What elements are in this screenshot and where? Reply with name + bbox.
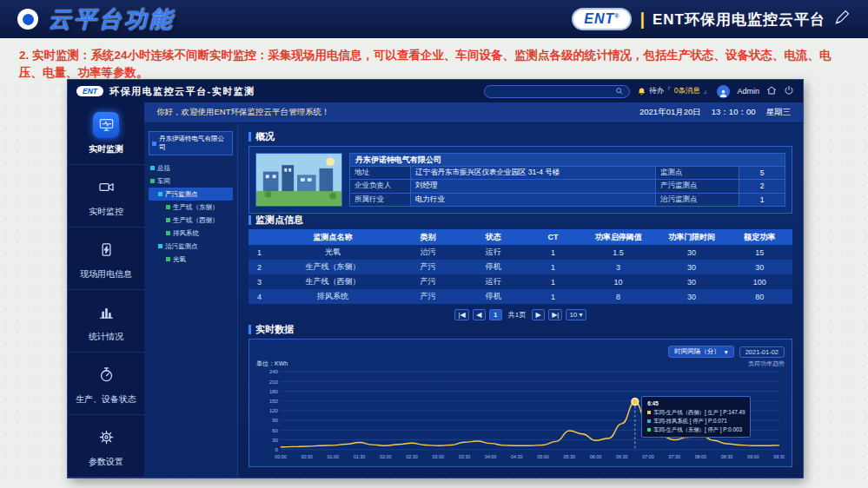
avatar[interactable] [717, 85, 730, 98]
date-picker[interactable]: 2021-01-02 [739, 346, 785, 358]
svg-text:08:30: 08:30 [721, 454, 732, 459]
node-bullet-icon [158, 192, 162, 196]
sidebar-item-5[interactable]: 生产、设备状态 [68, 353, 144, 415]
last-page-button[interactable]: ▶| [548, 309, 562, 320]
series-color-chip [647, 428, 651, 432]
todo-badge[interactable]: 待办「0条消息」 [637, 86, 710, 96]
current-page[interactable]: 1 [489, 309, 502, 320]
node-bullet-icon [158, 244, 162, 248]
power-icon[interactable] [784, 83, 794, 99]
company-name: 丹东伊诺特电气有限公司 [350, 154, 785, 167]
sidebar-item-3[interactable]: 现场用电信息 [68, 228, 144, 290]
series-color-chip [647, 411, 651, 414]
table-cell: 30 [727, 263, 792, 272]
tooltip-series-line: 车间-生产线（西侧）[ 生产 ] P:147.49 [647, 408, 745, 417]
table-row[interactable]: 3生产线（西侧）产污运行11030100 [248, 274, 792, 289]
info-label: 地址 [350, 167, 411, 179]
tree-node-2[interactable]: 车间 [149, 175, 233, 188]
tree-node-label: 排风系统 [173, 229, 199, 238]
presentation-slide: 云平台功能 ENT® | ENT环保用电监控云平台 2. 实时监测：系统24小时… [0, 0, 868, 488]
chart-controls: 时间间隔（分） ▾ 2021-01-02 [256, 345, 785, 359]
table-cell: 运行 [461, 247, 526, 258]
table-cell: 产污 [395, 261, 461, 273]
tree-node-0[interactable]: 丹东伊诺特电气有限公司 [149, 131, 233, 155]
chart-meta: 单位：KWh 负荷功率趋势 [256, 359, 785, 368]
ent-logo: ENT® [572, 8, 632, 30]
stat-label: 产污监测点 [656, 180, 739, 192]
section-points-title: 监测点信息 [255, 214, 303, 227]
tree-node-8[interactable]: 光氧 [149, 253, 233, 266]
interval-label: 时间间隔（分） [674, 347, 720, 356]
svg-text:08:00: 08:00 [695, 454, 706, 459]
sidebar-item-6[interactable]: 参数设置 [68, 415, 144, 478]
sidebar-item-label: 统计情况 [89, 331, 123, 343]
table-cell: 8 [580, 293, 657, 301]
page-size-select[interactable]: 10 ▾ [566, 309, 586, 320]
overview-row: 企业负责人刘经理产污监测点2 [350, 180, 785, 193]
column-header: 监测点名称 [270, 232, 395, 243]
sidebar-item-4[interactable]: 统计情况 [68, 290, 144, 353]
table-row[interactable]: 4排风系统产污停机183080 [248, 289, 792, 304]
info-value: 辽宁省丹东市振兴区仪表企业园区 31-4 号楼 [411, 167, 656, 179]
column-header: 状态 [461, 232, 526, 243]
svg-text:01:30: 01:30 [354, 454, 365, 459]
svg-text:04:00: 04:00 [485, 454, 496, 459]
table-header-row: 监测点名称类别状态CT功率启停阈值功率门限时间额定功率 [248, 229, 792, 245]
table-row[interactable]: 1光氧治污运行11.53015 [248, 245, 792, 260]
home-icon[interactable] [766, 83, 777, 99]
weekday-text: 星期三 [766, 107, 792, 118]
stat-value: 2 [739, 180, 785, 192]
svg-text:02:30: 02:30 [406, 454, 417, 459]
username: Admin [737, 87, 759, 96]
table-cell: 治污 [395, 247, 461, 258]
tree-node-6[interactable]: 排风系统 [149, 227, 233, 240]
table-body: 1光氧治污运行11.530152生产线（东侧）产污停机1330303生产线（西侧… [248, 245, 792, 304]
tooltip-series-line: 车间-生产线（东侧）[ 停产 ] P:0.003 [647, 425, 745, 434]
tree-node-5[interactable]: 生产线（西侧） [149, 214, 233, 227]
prev-page-button[interactable]: ◀ [473, 309, 486, 320]
sidebar-item-2[interactable]: 实时监控 [68, 165, 144, 228]
page-total: 共1页 [506, 310, 528, 320]
section-overview-title: 概况 [255, 130, 275, 143]
svg-text:180: 180 [269, 389, 279, 394]
svg-text:60: 60 [272, 428, 278, 433]
sidebar-item-label: 实时监控 [89, 206, 123, 218]
node-bullet-icon [150, 179, 155, 183]
table-cell: 排风系统 [270, 291, 395, 302]
main-content: 概况 [238, 123, 803, 478]
sidebar-item-1[interactable]: 实时监测 [68, 102, 144, 165]
search-input[interactable] [484, 85, 630, 98]
tree-node-label: 治污监测点 [165, 242, 198, 251]
app-title: 环保用电监控云平台-实时监测 [109, 85, 255, 98]
brand-area: ENT® | ENT环保用电监控云平台 [572, 8, 851, 30]
table-row[interactable]: 2生产线（东侧）产污停机133030 [248, 260, 792, 274]
interval-select[interactable]: 时间间隔（分） ▾ [668, 346, 733, 358]
table-cell: 100 [727, 278, 792, 287]
svg-text:0: 0 [275, 447, 279, 452]
tree-node-4[interactable]: 生产线（东侧） [149, 201, 233, 214]
tree-node-label: 生产线（东侧） [173, 203, 219, 212]
overview-row: 所属行业电力行业治污监测点1 [350, 194, 785, 206]
next-page-button[interactable]: ▶ [532, 309, 545, 320]
tree-node-3[interactable]: 产污监测点 [149, 188, 233, 201]
registered-mark: ® [614, 13, 620, 19]
topbar-right: 待办「0条消息」 Admin [484, 83, 794, 99]
chart-tooltip: 6:45车间-生产线（西侧）[ 生产 ] P:147.49车间-排风系统 [ 停… [641, 396, 751, 438]
tree-node-7[interactable]: 治污监测点 [149, 240, 233, 253]
chart-unit: 单位：KWh [256, 359, 288, 368]
sidebar-item-label: 参数设置 [89, 456, 123, 468]
section-accent-bar [248, 325, 251, 334]
tree-node-1[interactable]: 总括 [149, 162, 233, 175]
section-points-header: 监测点信息 [248, 214, 792, 226]
table-cell: 光氧 [270, 247, 395, 258]
table-cell: 10 [580, 278, 657, 287]
table-cell: 停机 [461, 261, 526, 273]
line-chart: 030609012015018021024000:0000:3001:0001:… [256, 368, 785, 461]
pen-icon [833, 9, 851, 30]
first-page-button[interactable]: |◀ [454, 309, 468, 320]
svg-text:03:30: 03:30 [459, 454, 470, 459]
gauge-icon [93, 362, 119, 388]
svg-text:00:30: 00:30 [301, 454, 312, 459]
company-info-table: 丹东伊诺特电气有限公司 地址辽宁省丹东市振兴区仪表企业园区 31-4 号楼监测点… [349, 153, 785, 207]
svg-text:90: 90 [272, 418, 278, 423]
